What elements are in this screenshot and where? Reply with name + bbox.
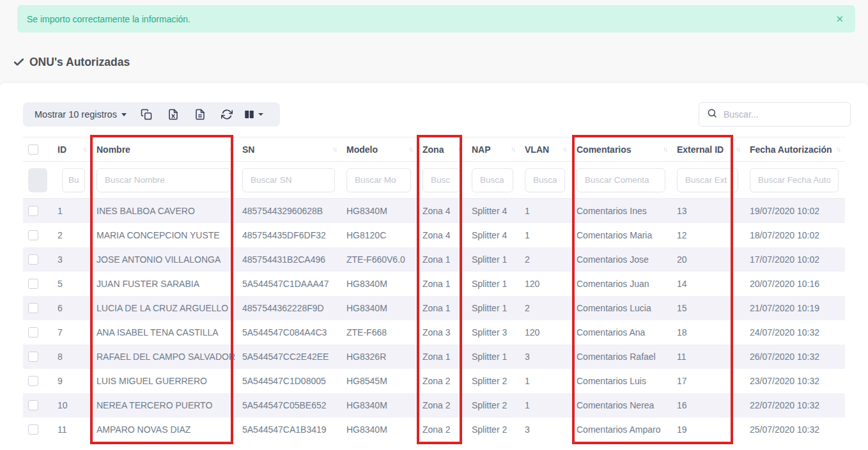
- cell-nombre: NEREA TERCERO PUERTO: [91, 393, 237, 417]
- cell-id: 11: [49, 417, 91, 442]
- cell-comentarios: Comentarios Rafael: [571, 345, 672, 369]
- row-checkbox[interactable]: [28, 279, 38, 289]
- filter-input-modelo[interactable]: [346, 168, 411, 192]
- show-entries-dropdown[interactable]: Mostrar 10 registros: [23, 102, 133, 127]
- cell-external_id: 17: [672, 369, 745, 393]
- excel-file-icon: [167, 109, 179, 120]
- row-checkbox[interactable]: [28, 327, 38, 338]
- cell-nap: Splitter 1: [467, 296, 520, 320]
- alert-message: Se importo correctamente la información.: [27, 14, 835, 24]
- row-checkbox[interactable]: [28, 206, 38, 216]
- cell-sn: 5A544547CC2E42EE: [237, 345, 341, 369]
- cell-vlan: 1: [520, 223, 571, 247]
- column-header-modelo[interactable]: Modelo↑↓: [341, 137, 417, 162]
- cell-external_id: 20: [672, 247, 745, 272]
- cell-comentarios: Comentarios Ines: [571, 199, 672, 223]
- columns-visibility-icon: [244, 109, 255, 120]
- cell-nombre: JOSE ANTONIO VILLALONGA: [91, 247, 237, 272]
- table-row: 1INES BALBOA CAVERO485754432960628BHG834…: [23, 199, 845, 223]
- cell-vlan: 3: [520, 345, 571, 369]
- cell-comentarios: Comentarios Jose: [571, 247, 672, 272]
- row-checkbox[interactable]: [28, 303, 38, 313]
- cell-nap: Splitter 4: [467, 223, 520, 247]
- table-row: 10NEREA TERCERO PUERTO5A544547C05BE652HG…: [23, 393, 845, 417]
- select-all-checkbox[interactable]: [28, 144, 38, 155]
- sort-icon: ↑↓: [82, 146, 86, 153]
- row-checkbox[interactable]: [28, 400, 38, 410]
- table-row: 5JUAN FUSTER SARABIA5A544547C1DAAA47HG83…: [23, 272, 845, 296]
- cell-nombre: ANA ISABEL TENA CASTILLA: [91, 320, 237, 345]
- filter-input-zona[interactable]: [422, 168, 460, 192]
- cell-modelo: ZTE-F668: [341, 320, 417, 345]
- onu-table: ID↑↓Nombre↑↓SN↑↓Modelo↑↓Zona↑↓NAP↑↓VLAN↑…: [23, 137, 845, 442]
- sort-icon: ↑↓: [228, 146, 232, 153]
- file-text-icon: [194, 109, 206, 120]
- cell-id: 8: [49, 345, 91, 369]
- refresh-icon: [221, 109, 233, 120]
- cell-modelo: ZTE-F660V6.0: [341, 247, 417, 272]
- alert-close-button[interactable]: ✕: [835, 14, 844, 24]
- filter-input-sn[interactable]: [242, 168, 335, 192]
- cell-id: 9: [49, 369, 91, 393]
- column-header-zona[interactable]: Zona↑↓: [417, 137, 467, 162]
- cell-external_id: 11: [672, 345, 745, 369]
- filter-checkbox-cell: [23, 162, 49, 199]
- filter-input-nombre[interactable]: [97, 168, 231, 192]
- export-file-button[interactable]: [187, 102, 213, 127]
- cell-nombre: JUAN FUSTER SARABIA: [91, 272, 237, 296]
- sort-icon: ↑↓: [458, 146, 461, 153]
- cell-modelo: HG8340M: [341, 417, 417, 442]
- column-header-nombre[interactable]: Nombre↑↓: [91, 137, 237, 162]
- filter-row: [23, 162, 845, 199]
- column-header-nap[interactable]: NAP↑↓: [467, 137, 520, 162]
- filter-input-vlan[interactable]: [525, 168, 565, 192]
- cell-vlan: 2: [520, 296, 571, 320]
- cell-modelo: HG8340M: [341, 296, 417, 320]
- table-row: 3JOSE ANTONIO VILLALONGA485754431B2CA496…: [23, 247, 845, 272]
- cell-id: 1: [49, 199, 91, 223]
- check-icon: [13, 56, 25, 68]
- table-row: 9LUIS MIGUEL GUERRERO5A544547C1D08005HG8…: [23, 369, 845, 393]
- table-row: 8RAFAEL DEL CAMPO SALVADOR5A544547CC2E42…: [23, 345, 845, 369]
- row-checkbox[interactable]: [28, 376, 38, 386]
- export-excel-button[interactable]: [160, 102, 187, 127]
- row-checkbox[interactable]: [28, 352, 38, 362]
- cell-modelo: HG8340M: [341, 272, 417, 296]
- cell-fecha_autorizacion: 23/07/2020 10:32: [745, 369, 845, 393]
- column-visibility-button[interactable]: [240, 102, 267, 127]
- sort-icon: ↑↓: [511, 146, 515, 153]
- select-all-header-cell: [23, 137, 49, 162]
- column-header-sn[interactable]: SN↑↓: [237, 137, 341, 162]
- cell-external_id: 18: [672, 320, 745, 345]
- column-header-vlan[interactable]: VLAN↑↓: [520, 137, 571, 162]
- filter-input-comentarios[interactable]: [577, 168, 665, 192]
- column-header-comentarios[interactable]: Comentarios↑↓: [571, 137, 672, 162]
- row-checkbox[interactable]: [28, 230, 38, 240]
- filter-input-external_id[interactable]: [677, 168, 738, 192]
- row-checkbox[interactable]: [28, 254, 38, 265]
- cell-id: 7: [49, 320, 91, 345]
- filter-input-id[interactable]: [62, 168, 85, 192]
- search-input[interactable]: [724, 109, 842, 120]
- filter-input-fecha_autorizacion[interactable]: [750, 168, 839, 192]
- column-header-external_id[interactable]: External ID↑↓: [672, 137, 745, 162]
- cell-modelo: HG8545M: [341, 369, 417, 393]
- cell-nap: Splitter 1: [467, 247, 520, 272]
- global-search: [699, 102, 851, 127]
- cell-modelo: HG8120C: [341, 223, 417, 247]
- cell-zona: Zona 3: [417, 320, 467, 345]
- column-header-id[interactable]: ID↑↓: [49, 137, 91, 162]
- filter-input-nap[interactable]: [472, 168, 513, 192]
- table-row: 11AMPARO NOVAS DIAZ5A544547CA1B3419HG834…: [23, 417, 845, 442]
- row-checkbox[interactable]: [28, 424, 38, 435]
- cell-fecha_autorizacion: 21/07/2020 10:19: [745, 296, 845, 320]
- refresh-button[interactable]: [213, 102, 240, 127]
- cell-zona: Zona 2: [417, 417, 467, 442]
- column-header-fecha_autorizacion[interactable]: Fecha Autorización↑↓: [745, 137, 845, 162]
- sort-icon: ↑↓: [736, 146, 740, 153]
- cell-vlan: 2: [520, 247, 571, 272]
- copy-button[interactable]: [133, 102, 160, 127]
- cell-comentarios: Comentarios Amparo: [571, 417, 672, 442]
- table-body: 1INES BALBOA CAVERO485754432960628BHG834…: [23, 199, 845, 442]
- page-title-text: ONU's Autorizadas: [29, 56, 130, 69]
